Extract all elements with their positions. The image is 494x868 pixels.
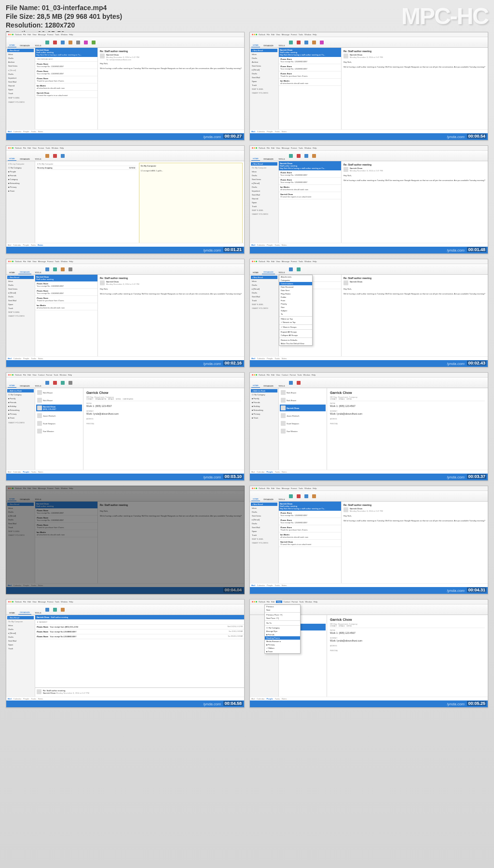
nav-tabs[interactable]: MailCalendarPeopleTasksNotes	[6, 129, 244, 133]
thumbnail-12[interactable]: OutlookFileEditViewContactFormatToolsWin…	[249, 599, 488, 708]
thumbnail-7[interactable]: OutlookFileEditViewContactFormatToolsWin…	[6, 372, 245, 481]
people-sidebar[interactable]: + Address Book☐ No Category■ Family■ Fri…	[6, 388, 35, 474]
arrange-by-menu[interactable]: AttachmentsCategoriesConversationsDate R…	[279, 275, 313, 346]
notes-sidebar[interactable]: ▾ On my Computer☐ No Category■ People■ F…	[6, 161, 35, 247]
thumbnail-6[interactable]: OutlookFileEditViewMessageFormatToolsWin…	[249, 259, 488, 367]
view-menu[interactable]: PreviousNextPrevious Pane ⇧^[Next Pane ⇧…	[264, 604, 301, 654]
thumbnail-11[interactable]: OutlookFileEditViewMessageFormatToolsWin…	[6, 599, 245, 708]
notes-list[interactable]: ▾ On My ComputerGrocery shopping11/5/14	[35, 161, 137, 247]
mpc-hc-logo: MPC-HC	[401, 3, 488, 29]
thumbnail-8[interactable]: OutlookFileEditViewContactFormatToolsWin…	[249, 372, 488, 481]
timestamp: 00:00.27	[223, 134, 243, 139]
contact-card: Garrick ChowHR Dep, Department, CompanyC…	[83, 388, 244, 474]
thumbnail-4[interactable]: OutlookFileEditViewMessageFormatToolsWin…	[249, 145, 488, 254]
contact-list[interactable]: Nick BrazziNick BrazziGarrick Chow(805) …	[35, 388, 83, 474]
message-list[interactable]: Garrick ChowStaff author meetingHey Nick…	[35, 48, 98, 133]
thumbnail-9[interactable]: OutlookFileEditViewMessageFormatToolsWin…	[6, 486, 245, 594]
menubar: OutlookFileEditViewMessageFormatToolsWin…	[6, 32, 244, 37]
thumbnail-1[interactable]: OutlookFileEditViewMessageFormatToolsWin…	[6, 32, 245, 140]
folder-sidebar[interactable]: + New EmailInboxDraftsArchiveSent Items▸…	[6, 48, 35, 133]
reading-pane: Re: Staff author meetingGarrick ChowMond…	[98, 48, 244, 133]
note-editor[interactable]: On My Computer12 oranges\nMilk 1 gal\n..…	[139, 163, 243, 245]
thumbnail-2[interactable]: OutlookFileEditViewMessageFormatToolsWin…	[249, 32, 488, 140]
thumbnail-grid: OutlookFileEditViewMessageFormatToolsWin…	[6, 32, 488, 708]
grouped-message-list[interactable]: Garrick Chow Staff author meeting ▼ NEWE…	[35, 615, 244, 687]
ribbon: HOMEORGANIZETOOLS	[6, 37, 244, 48]
thumbnail-3[interactable]: OutlookFileEditViewFormatToolsWindowHelp…	[6, 145, 245, 254]
thumbnail-5[interactable]: OutlookFileEditViewMessageFormatToolsWin…	[6, 259, 245, 367]
thumbnail-10[interactable]: OutlookFileEditViewMessageFormatToolsWin…	[249, 486, 488, 594]
